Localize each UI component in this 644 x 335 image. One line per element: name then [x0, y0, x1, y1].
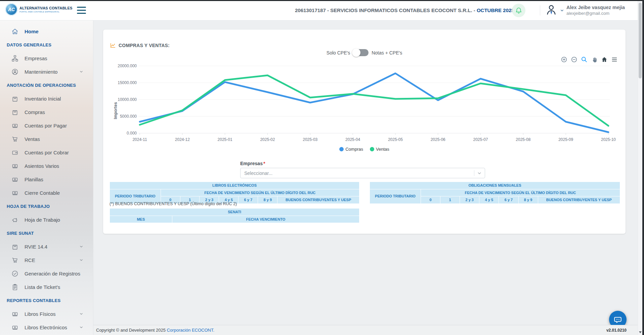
sidebar-item-planillas[interactable]: Planillas — [0, 173, 93, 186]
line-chart: Importes 20000.00015000.00010000.0005000… — [103, 64, 626, 158]
zoom-out-icon — [571, 56, 577, 63]
sidebar-section-reportes-contables: REPORTES CONTABLES — [0, 294, 93, 307]
sidebar-item-compras[interactable]: Compras — [0, 105, 93, 119]
required-mark: * — [263, 161, 265, 166]
sidebar-item-hoja-de-trabajo[interactable]: Hoja de Trabajo — [0, 213, 93, 226]
money-icon — [11, 310, 19, 318]
sidebar-item-label: Generación de Registros — [25, 271, 80, 276]
x-axis-ticks: 2024-112024-122025-012025-022025-032025-… — [138, 137, 610, 143]
pan-button[interactable] — [591, 56, 598, 63]
legend-item-compras[interactable]: Compras — [339, 147, 363, 152]
empresas-select[interactable]: Seleccionar... — [240, 168, 485, 178]
select-separator — [474, 170, 474, 176]
sidebar-item-cuentas-por-cobrar[interactable]: Cuentas por Cobrar — [0, 146, 93, 159]
sidebar-item-home[interactable]: Home — [0, 25, 93, 38]
user-menu[interactable]: Alex Jeibe vasquez mejia alexjeiber@gmai… — [545, 0, 625, 21]
sidebar-section-datos-generales: DATOS GENERALES — [0, 38, 93, 51]
x-tick-label: 2025-05 — [388, 137, 403, 142]
empresas-label: Empresas* — [240, 161, 265, 166]
sidebar-item-label: Empresas — [25, 55, 47, 61]
ruc-digit-column-header: 8 y 9 — [518, 196, 538, 204]
sidebar-item-empresas[interactable]: Empresas — [0, 51, 93, 65]
shopping-bag-icon — [11, 243, 19, 250]
y-axis-ticks: 20000.00015000.00010000.0005000.0000.000 — [115, 64, 137, 135]
zoom-out-button[interactable] — [570, 56, 578, 63]
bell-icon — [515, 6, 523, 14]
selection-zoom-icon — [581, 56, 588, 63]
sidebar-item-inventario-inicial[interactable]: Inventario Inicial — [0, 92, 93, 105]
wallet-icon — [11, 149, 19, 156]
sidebar-item-label: Mantenimiento — [25, 69, 57, 75]
menu-icon — [611, 56, 618, 63]
ruc-digit-column-header: 6 y 7 — [499, 196, 518, 204]
sidebar-item-libros-electronicos[interactable]: Libros Electrónicos — [0, 321, 93, 334]
sidebar-item-label: Compras — [25, 109, 45, 115]
legend-label: Compras — [345, 147, 363, 152]
senati-table: SENATI MES FECHA VENCIMIENTO — [110, 208, 359, 223]
sidebar-item-label: Asientos Varios — [25, 163, 59, 169]
buenos-contribuyentes-note: (*) BUENOS CONTRIBUYENTES Y UESP (Último… — [110, 201, 237, 206]
sidebar-item-cuentas-por-pagar[interactable]: Cuentas por Pagar — [0, 119, 93, 132]
notifications-button[interactable] — [512, 4, 525, 17]
ecocont-link[interactable]: Corporación ECOCONT. — [167, 328, 214, 333]
scrollbar-thumb[interactable] — [639, 3, 642, 78]
money-icon — [11, 189, 19, 196]
ruc-digit-column-header: 4 y 5 — [479, 196, 499, 204]
check-circle-icon — [11, 270, 19, 277]
x-tick-label: 2025-06 — [431, 137, 445, 142]
ruc-digit-column-header: 2 y 3 — [460, 196, 479, 204]
ruc-digit-column-header: 6 y 7 — [239, 196, 258, 204]
sidebar-item-label: Libros Físicos — [25, 311, 56, 317]
x-tick-label: 2025-02 — [260, 137, 275, 142]
legend-item-ventas[interactable]: Ventas — [370, 147, 389, 152]
page-scrollbar[interactable] — [638, 0, 642, 335]
selection-zoom-button[interactable] — [581, 56, 588, 63]
ruc-digit-column-header: BUENOS CONTRIBUYENTES Y UESP — [277, 196, 359, 204]
sidebar: HomeDATOS GENERALESEmpresasMantenimiento… — [0, 21, 93, 335]
clipboard-icon — [11, 284, 19, 291]
money-icon — [11, 324, 19, 331]
menu-button[interactable] — [611, 56, 618, 63]
avatar-icon — [545, 3, 558, 17]
home-reset-button[interactable] — [601, 56, 608, 63]
table-title: OBLIGACIONES MENSUALES — [370, 182, 620, 189]
chevron-down-icon — [477, 171, 482, 176]
sidebar-item-asientos-varios[interactable]: Asientos Varios — [0, 159, 93, 173]
ruc-digit-column-header: BUENOS CONTRIBUYENTES Y UESP — [538, 196, 620, 204]
sidebar-item-rvie-14-4[interactable]: RVIE 14.4 — [0, 240, 93, 253]
select-placeholder: Seleccionar... — [241, 171, 474, 176]
card-title: COMPRAS Y VENTAS: — [110, 42, 170, 48]
sidebar-item-lista-de-ticket-s[interactable]: Lista de Ticket's — [0, 280, 93, 294]
user-name: Alex Jeibe vasquez mejia — [566, 5, 625, 10]
y-tick-label: 5000.000 — [120, 114, 137, 119]
sidebar-item-libros-fisicos[interactable]: Libros Físicos — [0, 307, 93, 321]
chevron-down-icon — [79, 325, 84, 331]
sidebar-item-generacion-de-registros[interactable]: Generación de Registros — [0, 267, 93, 280]
sidebar-item-label: Libros Electrónicos — [25, 325, 67, 330]
sidebar-item-cierre-contable[interactable]: Cierre Contable — [0, 186, 93, 199]
chevron-down-icon — [79, 311, 84, 318]
chart-toolbar — [560, 56, 618, 63]
money-icon — [11, 162, 19, 170]
menu-toggle-button[interactable] — [77, 7, 86, 14]
series-line-compras — [140, 73, 608, 132]
sidebar-item-label: Planillas — [25, 177, 43, 182]
scrollbar-down-arrow[interactable] — [639, 331, 642, 333]
page-title: 20613017187 - SERVICIOS INFORMATICOS CON… — [295, 0, 514, 21]
zoom-in-button[interactable] — [560, 56, 568, 63]
sidebar-item-rce[interactable]: RCE — [0, 253, 93, 267]
cpe-toggle[interactable] — [353, 49, 369, 56]
legend-label: Ventas — [376, 147, 389, 152]
period-label: OCTUBRE 2025 — [477, 7, 514, 13]
sidebar-section-sire-sunat: SIRE SUNAT — [0, 226, 93, 240]
chevron-down-icon — [79, 258, 84, 264]
brand-logo[interactable]: AC ALTERNATIVAS CONTABLES PORTAL WEB CON… — [5, 3, 73, 15]
obligaciones-mensuales-table: OBLIGACIONES MENSUALES PERIODO TRIBUTARI… — [370, 182, 620, 204]
sidebar-item-ventas[interactable]: Ventas — [0, 132, 93, 146]
y-tick-label: 15000.000 — [118, 80, 137, 85]
x-tick-label: 2024-12 — [175, 137, 190, 142]
table-title: SENATI — [110, 209, 359, 216]
sidebar-item-mantenimiento[interactable]: Mantenimiento — [0, 65, 93, 78]
home-reset-icon — [601, 56, 608, 63]
user-circle-icon — [11, 68, 19, 75]
